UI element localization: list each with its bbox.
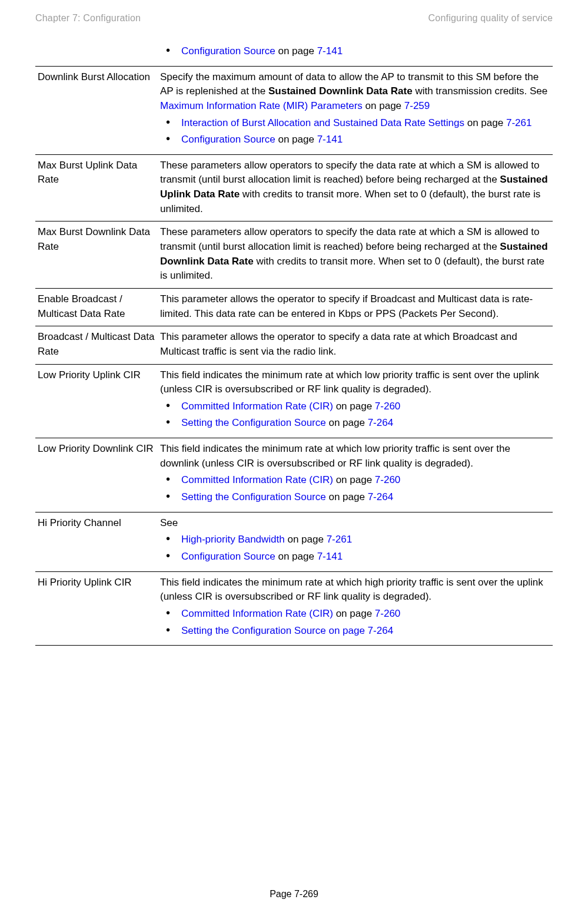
text: on page [326,491,368,502]
table-row: Enable Broadcast / Multicast Data Rate T… [35,288,553,326]
attr-cell: Broadcast / Multicast Data Rate [35,326,158,364]
table-row: Broadcast / Multicast Data Rate This par… [35,326,553,364]
list-item: Setting the Configuration Source on page… [160,624,550,639]
link-setting-config-source[interactable]: Setting the Configuration Source [181,491,326,502]
list-item: Committed Information Rate (CIR) on page… [160,607,550,621]
link-setting-config-source[interactable]: Setting the Configuration Source on page… [181,625,393,636]
table-row: Hi Priority Channel See High-priority Ba… [35,512,553,571]
bullet-list: High-priority Bandwidth on page 7-261 Co… [160,533,550,564]
bullet-list: Committed Information Rate (CIR) on page… [160,607,550,638]
attr-cell: Downlink Burst Allocation [35,66,158,154]
text: This field indicates the minimum rate at… [160,443,510,469]
text: on page [464,117,506,128]
text: This field indicates the minimum rate at… [160,369,539,395]
table-row: Max Burst Downlink Data Rate These param… [35,221,553,289]
desc-cell: These parameters allow operators to spec… [158,221,553,289]
link-page-ref[interactable]: 7-264 [368,417,393,428]
text: with transmission credits. See [413,85,548,97]
attr-cell [35,38,158,67]
page-footer: Page 7-269 [0,889,588,900]
link-cir[interactable]: Committed Information Rate (CIR) [181,401,333,412]
attr-cell: Hi Priority Uplink CIR [35,571,158,646]
link-setting-config-source[interactable]: Setting the Configuration Source [181,417,326,428]
desc-cell: Specify the maximum amount of data to al… [158,66,553,154]
bullet-list: Committed Information Rate (CIR) on page… [160,473,550,504]
link-page-ref[interactable]: 7-141 [317,551,343,562]
text: on page [275,551,317,562]
link-cir[interactable]: Committed Information Rate (CIR) [181,474,333,485]
link-configuration-source[interactable]: Configuration Source [181,134,275,145]
link-configuration-source[interactable]: Configuration Source [181,45,275,57]
list-item: Configuration Source on page 7-141 [160,550,550,564]
link-page-ref[interactable]: 7-264 [368,491,393,502]
list-item: Committed Information Rate (CIR) on page… [160,399,550,414]
text: on page [326,417,368,428]
link-configuration-source[interactable]: Configuration Source [181,551,275,562]
link-interaction-burst[interactable]: Interaction of Burst Allocation and Sust… [181,117,464,128]
bullet-list: Interaction of Burst Allocation and Sust… [160,116,550,147]
page-container: Chapter 7: Configuration Configuring qua… [0,0,588,916]
header-right: Configuring quality of service [428,13,553,24]
link-cir[interactable]: Committed Information Rate (CIR) [181,608,333,619]
link-page-ref[interactable]: 7-260 [375,608,400,619]
text: on page [363,100,404,111]
table-row: Configuration Source on page 7-141 [35,38,553,67]
parameter-table: Configuration Source on page 7-141 Downl… [35,38,553,646]
desc-cell: These parameters allow operators to spec… [158,154,553,221]
link-high-priority-bandwidth[interactable]: High-priority Bandwidth [181,534,285,545]
attr-cell: Low Priority Downlink CIR [35,438,158,512]
link-page-ref[interactable]: 7-259 [404,100,430,111]
link-page-ref[interactable]: 7-261 [506,117,531,128]
link-mir-parameters[interactable]: Maximum Information Rate (MIR) Parameter… [160,100,363,111]
list-item: Interaction of Burst Allocation and Sust… [160,116,550,131]
bullet-list: Configuration Source on page 7-141 [160,44,550,59]
text: on page [333,474,375,485]
link-page-ref[interactable]: 7-261 [327,534,352,545]
list-item: Setting the Configuration Source on page… [160,490,550,505]
text: on page [333,608,375,619]
list-item: Configuration Source on page 7-141 [160,133,550,147]
list-item: High-priority Bandwidth on page 7-261 [160,533,550,547]
desc-cell: Configuration Source on page 7-141 [158,38,553,67]
text: on page [333,401,375,412]
table-row: Max Burst Uplink Data Rate These paramet… [35,154,553,221]
desc-cell: This parameter allows the operator to sp… [158,288,553,326]
attr-cell: Max Burst Uplink Data Rate [35,154,158,221]
bold-text: Sustained Downlink Data Rate [268,85,413,97]
attr-cell: Enable Broadcast / Multicast Data Rate [35,288,158,326]
text: These parameters allow operators to spec… [160,160,539,186]
link-page-ref[interactable]: 7-260 [375,401,400,412]
list-item: Committed Information Rate (CIR) on page… [160,473,550,488]
link-page-ref[interactable]: 7-260 [375,474,400,485]
table-row: Low Priority Downlink CIR This field ind… [35,438,553,512]
desc-cell: This field indicates the minimum rate at… [158,571,553,646]
page-number: Page 7-269 [270,889,318,899]
attr-cell: Max Burst Downlink Data Rate [35,221,158,289]
desc-cell: This parameter allows the operator to sp… [158,326,553,364]
text: on page [285,534,327,545]
table-row: Low Priority Uplink CIR This field indic… [35,364,553,438]
link-page-ref[interactable]: 7-141 [317,45,343,57]
text: These parameters allow operators to spec… [160,226,539,252]
text: See [160,517,178,528]
attr-cell: Hi Priority Channel [35,512,158,571]
table-row: Hi Priority Uplink CIR This field indica… [35,571,553,646]
page-header: Chapter 7: Configuration Configuring qua… [35,13,553,24]
list-item: Configuration Source on page 7-141 [160,44,550,59]
attr-cell: Low Priority Uplink CIR [35,364,158,438]
text: on page [275,45,317,57]
table-row: Downlink Burst Allocation Specify the ma… [35,66,553,154]
desc-cell: See High-priority Bandwidth on page 7-26… [158,512,553,571]
desc-cell: This field indicates the minimum rate at… [158,364,553,438]
list-item: Setting the Configuration Source on page… [160,416,550,431]
link-page-ref[interactable]: 7-141 [317,134,343,145]
header-left: Chapter 7: Configuration [35,13,141,24]
bullet-list: Committed Information Rate (CIR) on page… [160,399,550,431]
text: This field indicates the minimum rate at… [160,577,543,603]
desc-cell: This field indicates the minimum rate at… [158,438,553,512]
text: on page [275,134,317,145]
